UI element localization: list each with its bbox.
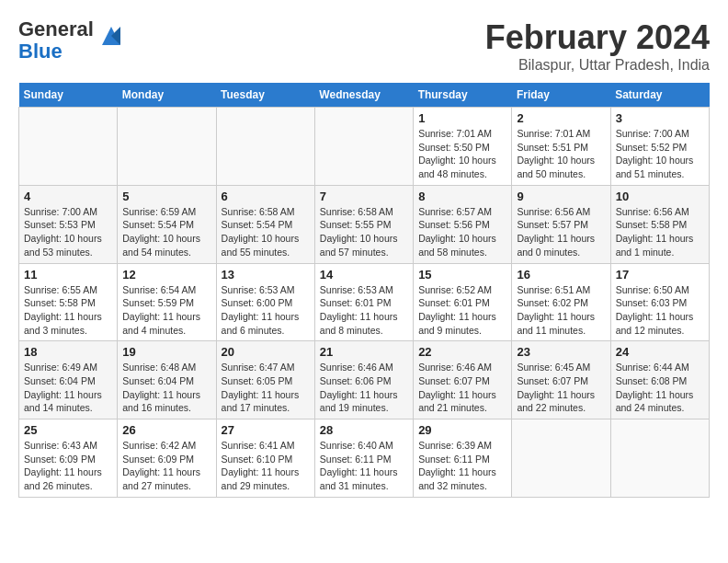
- calendar-cell: 16Sunrise: 6:51 AMSunset: 6:02 PMDayligh…: [512, 263, 610, 341]
- calendar-cell: [216, 108, 314, 186]
- calendar-cell: 14Sunrise: 6:53 AMSunset: 6:01 PMDayligh…: [314, 263, 413, 341]
- calendar-cell: 26Sunrise: 6:42 AMSunset: 6:09 PMDayligh…: [118, 419, 216, 498]
- calendar-cell: 4Sunrise: 7:00 AMSunset: 5:53 PMDaylight…: [19, 185, 118, 263]
- day-info: Sunrise: 6:58 AMSunset: 5:54 PMDaylight:…: [222, 205, 310, 259]
- day-number: 1: [418, 111, 506, 125]
- calendar-cell: 17Sunrise: 6:50 AMSunset: 6:03 PMDayligh…: [610, 263, 709, 341]
- day-number: 6: [222, 190, 310, 203]
- day-info: Sunrise: 6:53 AMSunset: 6:01 PMDaylight:…: [320, 283, 408, 338]
- day-number: 29: [418, 423, 506, 437]
- day-number: 22: [418, 345, 506, 359]
- day-number: 27: [222, 423, 310, 437]
- day-number: 16: [517, 268, 605, 282]
- location-title: Bilaspur, Uttar Pradesh, India: [485, 57, 710, 74]
- day-info: Sunrise: 6:56 AMSunset: 5:57 PMDaylight:…: [517, 205, 605, 259]
- day-number: 8: [418, 190, 506, 203]
- day-info: Sunrise: 7:01 AMSunset: 5:51 PMDaylight:…: [517, 127, 605, 181]
- day-info: Sunrise: 6:41 AMSunset: 6:10 PMDaylight:…: [222, 439, 310, 493]
- day-number: 21: [320, 345, 408, 359]
- day-number: 12: [122, 268, 210, 282]
- calendar-cell: 22Sunrise: 6:46 AMSunset: 6:07 PMDayligh…: [414, 341, 512, 419]
- day-number: 11: [24, 268, 112, 282]
- day-number: 9: [517, 190, 605, 203]
- day-info: Sunrise: 6:47 AMSunset: 6:05 PMDaylight:…: [222, 361, 310, 415]
- calendar-cell: 20Sunrise: 6:47 AMSunset: 6:05 PMDayligh…: [216, 341, 314, 419]
- day-info: Sunrise: 6:59 AMSunset: 5:54 PMDaylight:…: [122, 205, 210, 259]
- day-info: Sunrise: 6:43 AMSunset: 6:09 PMDaylight:…: [24, 439, 112, 493]
- day-number: 19: [122, 345, 210, 359]
- day-number: 26: [122, 423, 210, 437]
- day-number: 15: [418, 268, 506, 282]
- day-info: Sunrise: 7:01 AMSunset: 5:50 PMDaylight:…: [418, 127, 506, 181]
- title-area: February 2024 Bilaspur, Uttar Pradesh, I…: [485, 18, 710, 74]
- calendar-cell: 18Sunrise: 6:49 AMSunset: 6:04 PMDayligh…: [19, 341, 118, 419]
- month-title: February 2024: [485, 18, 710, 57]
- calendar-cell: 10Sunrise: 6:56 AMSunset: 5:58 PMDayligh…: [610, 185, 709, 263]
- day-info: Sunrise: 6:55 AMSunset: 5:58 PMDaylight:…: [24, 283, 112, 338]
- day-number: 23: [517, 345, 605, 359]
- day-info: Sunrise: 7:00 AMSunset: 5:53 PMDaylight:…: [24, 205, 112, 259]
- day-number: 13: [222, 268, 310, 282]
- day-number: 18: [24, 345, 112, 359]
- calendar-cell: 3Sunrise: 7:00 AMSunset: 5:52 PMDaylight…: [610, 108, 709, 186]
- calendar-cell: [118, 108, 216, 186]
- day-number: 7: [320, 190, 408, 203]
- day-number: 28: [320, 423, 408, 437]
- day-number: 25: [24, 423, 112, 437]
- calendar-table: SundayMondayTuesdayWednesdayThursdayFrid…: [18, 83, 710, 498]
- day-info: Sunrise: 6:56 AMSunset: 5:58 PMDaylight:…: [616, 205, 704, 259]
- day-number: 17: [616, 268, 704, 282]
- calendar-week: 18Sunrise: 6:49 AMSunset: 6:04 PMDayligh…: [19, 341, 710, 419]
- calendar-cell: [314, 108, 413, 186]
- day-number: 20: [222, 345, 310, 359]
- calendar-cell: 25Sunrise: 6:43 AMSunset: 6:09 PMDayligh…: [19, 419, 118, 498]
- logo-text-line2: Blue: [18, 40, 94, 63]
- calendar-cell: 15Sunrise: 6:52 AMSunset: 6:01 PMDayligh…: [414, 263, 512, 341]
- day-number: 10: [616, 190, 704, 203]
- calendar-cell: [512, 419, 610, 498]
- day-info: Sunrise: 6:40 AMSunset: 6:11 PMDaylight:…: [320, 439, 408, 493]
- day-info: Sunrise: 6:45 AMSunset: 6:07 PMDaylight:…: [517, 361, 605, 415]
- calendar-cell: 13Sunrise: 6:53 AMSunset: 6:00 PMDayligh…: [216, 263, 314, 341]
- header-day: Monday: [118, 83, 216, 108]
- calendar-cell: 28Sunrise: 6:40 AMSunset: 6:11 PMDayligh…: [314, 419, 413, 498]
- day-info: Sunrise: 6:50 AMSunset: 6:03 PMDaylight:…: [616, 283, 704, 338]
- day-info: Sunrise: 6:51 AMSunset: 6:02 PMDaylight:…: [517, 283, 605, 338]
- calendar-cell: [610, 419, 709, 498]
- calendar-cell: [19, 108, 118, 186]
- calendar-cell: 1Sunrise: 7:01 AMSunset: 5:50 PMDaylight…: [414, 108, 512, 186]
- calendar-cell: 2Sunrise: 7:01 AMSunset: 5:51 PMDaylight…: [512, 108, 610, 186]
- day-info: Sunrise: 6:57 AMSunset: 5:56 PMDaylight:…: [418, 205, 506, 259]
- day-info: Sunrise: 6:42 AMSunset: 6:09 PMDaylight:…: [122, 439, 210, 493]
- calendar-cell: 23Sunrise: 6:45 AMSunset: 6:07 PMDayligh…: [512, 341, 610, 419]
- day-number: 5: [122, 190, 210, 203]
- day-info: Sunrise: 6:48 AMSunset: 6:04 PMDaylight:…: [122, 361, 210, 415]
- logo: General Blue: [18, 18, 125, 63]
- calendar-week: 11Sunrise: 6:55 AMSunset: 5:58 PMDayligh…: [19, 263, 710, 341]
- day-number: 14: [320, 268, 408, 282]
- day-info: Sunrise: 6:54 AMSunset: 5:59 PMDaylight:…: [122, 283, 210, 338]
- logo-icon: [97, 22, 125, 50]
- day-number: 3: [616, 111, 704, 125]
- calendar-cell: 11Sunrise: 6:55 AMSunset: 5:58 PMDayligh…: [19, 263, 118, 341]
- header-day: Thursday: [414, 83, 512, 108]
- calendar-cell: 24Sunrise: 6:44 AMSunset: 6:08 PMDayligh…: [610, 341, 709, 419]
- header-row: SundayMondayTuesdayWednesdayThursdayFrid…: [19, 83, 710, 108]
- calendar-cell: 27Sunrise: 6:41 AMSunset: 6:10 PMDayligh…: [216, 419, 314, 498]
- calendar-week: 4Sunrise: 7:00 AMSunset: 5:53 PMDaylight…: [19, 185, 710, 263]
- day-info: Sunrise: 6:58 AMSunset: 5:55 PMDaylight:…: [320, 205, 408, 259]
- header-day: Saturday: [610, 83, 709, 108]
- calendar-cell: 8Sunrise: 6:57 AMSunset: 5:56 PMDaylight…: [414, 185, 512, 263]
- calendar-cell: 12Sunrise: 6:54 AMSunset: 5:59 PMDayligh…: [118, 263, 216, 341]
- day-info: Sunrise: 6:46 AMSunset: 6:07 PMDaylight:…: [418, 361, 506, 415]
- day-number: 4: [24, 190, 112, 203]
- calendar-cell: 9Sunrise: 6:56 AMSunset: 5:57 PMDaylight…: [512, 185, 610, 263]
- day-info: Sunrise: 6:46 AMSunset: 6:06 PMDaylight:…: [320, 361, 408, 415]
- header: General Blue February 2024 Bilaspur, Utt…: [18, 18, 710, 74]
- day-info: Sunrise: 6:49 AMSunset: 6:04 PMDaylight:…: [24, 361, 112, 415]
- day-info: Sunrise: 6:39 AMSunset: 6:11 PMDaylight:…: [418, 439, 506, 493]
- calendar-cell: 29Sunrise: 6:39 AMSunset: 6:11 PMDayligh…: [414, 419, 512, 498]
- day-number: 2: [517, 111, 605, 125]
- day-info: Sunrise: 6:52 AMSunset: 6:01 PMDaylight:…: [418, 283, 506, 338]
- calendar-cell: 6Sunrise: 6:58 AMSunset: 5:54 PMDaylight…: [216, 185, 314, 263]
